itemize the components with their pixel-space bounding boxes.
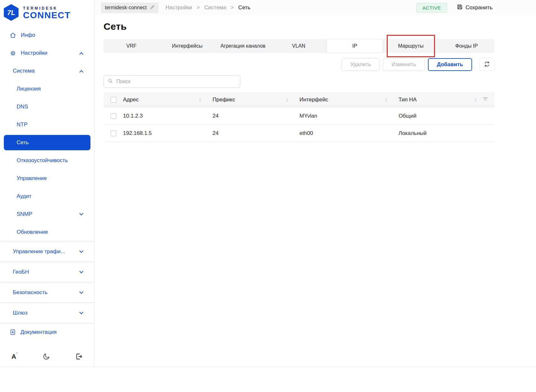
tab-vlan[interactable]: VLAN xyxy=(271,39,326,53)
chevron-down-icon xyxy=(79,269,83,273)
cell-address: 10.1.2.3 xyxy=(118,113,208,119)
column-header-icons: ↓ xyxy=(286,97,289,103)
tab-ip[interactable]: IP xyxy=(327,39,383,53)
chevron-up-icon xyxy=(79,52,83,56)
sidebar-item-label: Безопасность xyxy=(13,289,47,296)
tab-vrf[interactable]: VRF xyxy=(104,39,159,53)
column-header-interface[interactable]: Интерфейс↓ xyxy=(295,97,394,103)
edit-button[interactable]: Изменить xyxy=(383,58,425,71)
sidebar-footer: A↑ xyxy=(0,346,94,367)
sidebar-item-label: SNMP xyxy=(17,211,32,217)
chevron-down-icon xyxy=(79,310,83,314)
sidebar-item-label: Настройки xyxy=(21,50,47,56)
sort-icon[interactable]: ↓ xyxy=(474,97,477,103)
tab-routes[interactable]: Маршруты xyxy=(383,39,439,53)
table-row[interactable]: 10.1.2.324MYvlanОбщий xyxy=(104,107,494,125)
action-buttons: Удалить Изменить Добавить xyxy=(104,58,494,71)
sidebar-item-label: Аудит xyxy=(17,193,31,200)
page-title: Сеть xyxy=(104,21,494,32)
sidebar-item-license[interactable]: Лицензия xyxy=(0,80,94,98)
column-header-icons: ↓ xyxy=(474,96,488,103)
sidebar-item-label: Документация xyxy=(20,329,57,335)
sidebar-item-label: Сеть xyxy=(17,139,29,146)
chevron-down-icon xyxy=(79,249,83,253)
gear-icon xyxy=(10,50,16,57)
table-row[interactable]: 192.168.1.524eth00Локальный xyxy=(104,125,494,142)
sidebar-item-label: Инфо xyxy=(21,32,35,38)
sidebar-item-gateway[interactable]: Шлюз xyxy=(0,302,94,323)
breadcrumb-item: Сеть xyxy=(238,4,250,11)
sidebar-item-snmp[interactable]: SNMP xyxy=(0,205,94,223)
delete-button[interactable]: Удалить xyxy=(342,58,380,71)
sidebar-item-geobn[interactable]: ГеоБН xyxy=(0,262,94,282)
sidebar-item-docs[interactable]: Документация xyxy=(0,323,94,341)
language-icon[interactable]: A↑ xyxy=(10,352,19,362)
home-icon xyxy=(10,32,16,39)
column-header-ha-type[interactable]: Тип HA↓ xyxy=(394,96,494,103)
search-icon xyxy=(108,78,113,85)
content: Сеть VRFИнтерфейсыАгрегация каналовVLANI… xyxy=(95,15,536,142)
tab-ip-pools[interactable]: Фонды IP xyxy=(439,39,494,53)
save-label: Сохранить xyxy=(466,4,493,11)
brand-hexagon-icon: 7L xyxy=(3,4,20,22)
breadcrumb: Настройки>Система>Сеть xyxy=(166,4,251,11)
save-button[interactable]: Сохранить xyxy=(455,4,494,12)
breadcrumb-item[interactable]: Настройки xyxy=(166,4,192,11)
column-label: Тип HA xyxy=(399,97,417,103)
row-checkbox[interactable] xyxy=(111,113,116,119)
column-header-prefix[interactable]: Префикс↓ xyxy=(208,97,295,103)
ip-table: Адрес↓Префикс↓Интерфейс↓Тип HA↓10.1.2.32… xyxy=(104,92,494,142)
cell-address: 192.168.1.5 xyxy=(118,130,208,137)
row-checkbox-cell xyxy=(104,130,118,136)
sidebar: 7L TERMIDESK CONNECT ИнфоНастройкиСистем… xyxy=(0,0,95,367)
topbar: termidesk-connect Настройки>Система>Сеть… xyxy=(95,0,536,15)
moon-icon[interactable] xyxy=(41,351,51,362)
table-header-row: Адрес↓Префикс↓Интерфейс↓Тип HA↓ xyxy=(104,92,494,107)
column-header-icons: ↓ xyxy=(199,97,202,103)
sidebar-item-traffic[interactable]: Управление трафи... xyxy=(0,241,94,262)
sidebar-item-failover[interactable]: Отказоустойчивость xyxy=(0,152,94,169)
search-input[interactable] xyxy=(116,78,236,85)
search-box xyxy=(104,75,240,88)
sort-icon[interactable]: ↓ xyxy=(286,97,289,103)
row-checkbox[interactable] xyxy=(111,130,116,136)
app-root: 7L TERMIDESK CONNECT ИнфоНастройкиСистем… xyxy=(0,0,536,367)
sidebar-item-settings[interactable]: Настройки xyxy=(0,44,94,62)
logout-icon[interactable] xyxy=(74,351,84,362)
sidebar-item-label: Управление xyxy=(17,175,47,182)
sidebar-item-info[interactable]: Инфо xyxy=(0,26,94,44)
sidebar-item-label: Лицензия xyxy=(17,86,41,92)
sidebar-item-security[interactable]: Безопасность xyxy=(0,282,94,302)
sidebar-item-system[interactable]: Система xyxy=(0,62,94,80)
column-header-address[interactable]: Адрес↓ xyxy=(118,97,208,103)
sidebar-item-management[interactable]: Управление xyxy=(0,169,94,187)
hostname-label: termidesk-connect xyxy=(105,5,147,11)
sidebar-item-network[interactable]: Сеть xyxy=(4,135,90,150)
breadcrumb-separator: > xyxy=(197,4,200,11)
breadcrumb-item[interactable]: Система xyxy=(204,4,226,11)
add-button[interactable]: Добавить xyxy=(428,58,472,71)
chevron-up-icon xyxy=(79,70,83,74)
hostname-chip[interactable]: termidesk-connect xyxy=(101,3,159,13)
tab-interfaces[interactable]: Интерфейсы xyxy=(159,39,215,53)
sidebar-item-label: NTP xyxy=(17,122,27,128)
refresh-button[interactable] xyxy=(479,58,494,71)
edit-pencil-icon xyxy=(150,5,155,11)
cell-prefix: 24 xyxy=(208,113,295,119)
sidebar-item-ntp[interactable]: NTP xyxy=(0,116,94,134)
save-icon xyxy=(457,4,463,12)
sort-icon[interactable]: ↓ xyxy=(385,97,388,103)
sort-icon[interactable]: ↓ xyxy=(199,97,202,103)
sidebar-item-update[interactable]: Обновление xyxy=(0,223,94,241)
cell-ha-type: Общий xyxy=(394,113,494,119)
sidebar-item-audit[interactable]: Аудит xyxy=(0,187,94,205)
sidebar-item-label: ГеоБН xyxy=(13,269,29,275)
sidebar-menu: ИнфоНастройкиСистемаЛицензияDNSNTPСетьОт… xyxy=(0,26,94,341)
svg-text:7L: 7L xyxy=(7,9,15,17)
tab-link-aggregation[interactable]: Агрегация каналов xyxy=(215,39,271,53)
select-all-checkbox[interactable] xyxy=(111,97,116,103)
sidebar-item-dns[interactable]: DNS xyxy=(0,98,94,116)
breadcrumb-separator: > xyxy=(230,4,234,11)
column-header-icons: ↓ xyxy=(385,97,388,103)
filter-icon[interactable] xyxy=(483,96,488,103)
